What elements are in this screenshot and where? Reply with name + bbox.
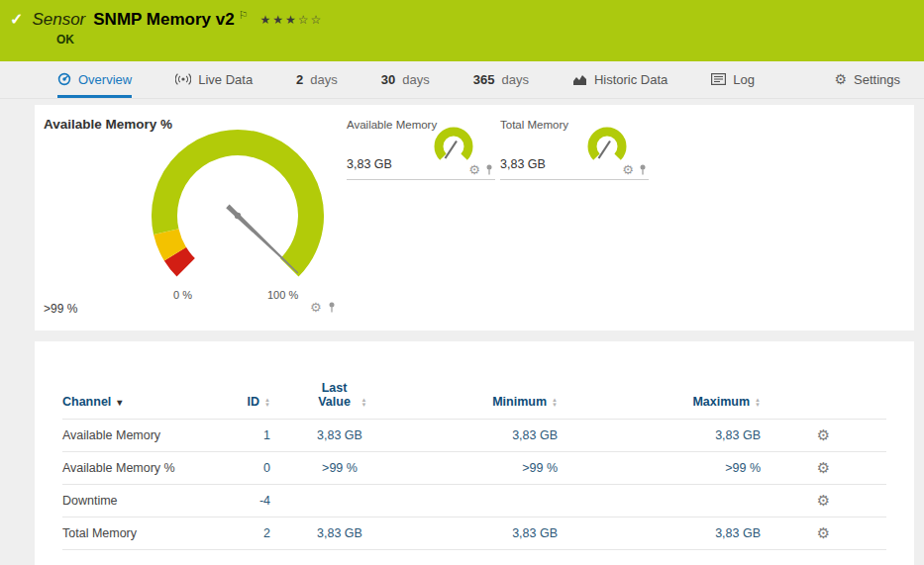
channel-table: Channel ▾ ID ▲▼ Last Value ▲▼ Minimum ▲▼… [62, 369, 886, 550]
cell-id: 2 [211, 526, 270, 540]
column-header-id-label: ID [248, 395, 260, 409]
gauge-scale-max-label: 100 % [267, 289, 298, 301]
gauge-current-value: >99 % [44, 302, 77, 316]
column-header-id[interactable]: ID ▲▼ [211, 395, 270, 409]
tab-historic-data[interactable]: Historic Data [572, 61, 667, 98]
cell-last-value: 3,83 GB [270, 428, 409, 442]
gauge-pin-icon[interactable] [328, 302, 336, 313]
tab-30-days[interactable]: 30 days [381, 61, 430, 98]
mini-gauge-gear-icon[interactable]: ⚙ [622, 163, 634, 176]
column-header-maximum-label: Maximum [692, 395, 750, 409]
cell-minimum: 3,83 GB [409, 526, 558, 540]
sensor-header: ✓ Sensor SNMP Memory v2 ⚐ ★★★☆☆ OK [0, 0, 924, 61]
priority-stars[interactable]: ★★★☆☆ [260, 13, 324, 27]
settings-gear-icon: ⚙ [834, 71, 847, 87]
cell-id: 1 [211, 428, 270, 442]
cell-id: -4 [211, 494, 270, 508]
column-header-minimum[interactable]: Minimum ▲▼ [409, 395, 558, 409]
column-header-last-value[interactable]: Last Value ▲▼ [270, 381, 409, 409]
sensor-kind-label: Sensor [32, 10, 85, 30]
sort-icon: ▲▼ [755, 398, 761, 407]
tab-settings[interactable]: ⚙ Settings [834, 61, 900, 98]
cell-minimum: 3,83 GB [409, 428, 558, 442]
tab-2-days-word: days [310, 72, 337, 87]
cell-maximum: >99 % [558, 461, 761, 475]
tab-30-days-word: days [402, 72, 429, 87]
gauge-gear-icon[interactable]: ⚙ [310, 301, 322, 314]
mini-gauge-available-memory: Available Memory 3,83 GB ⚙ [347, 119, 495, 180]
log-list-icon [711, 73, 726, 85]
cell-channel: Total Memory [62, 526, 211, 540]
tab-log-label: Log [733, 72, 755, 87]
gauge-panel: Available Memory % 0 % 100 % >99 % ⚙ Ava… [35, 105, 914, 330]
tab-bar: Overview Live Data 2 days 30 days 365 da… [0, 61, 924, 99]
mini-gauge-total-memory: Total Memory 3,83 GB ⚙ [500, 119, 649, 180]
historic-data-chart-icon [572, 73, 587, 86]
cell-id: 0 [211, 461, 270, 475]
tab-365-days[interactable]: 365 days [473, 61, 529, 98]
stars-filled[interactable]: ★★★ [260, 13, 298, 27]
tab-365-days-word: days [501, 72, 528, 87]
mini-gauge-title: Total Memory [500, 119, 568, 131]
tab-overview-label: Overview [78, 72, 132, 87]
stars-empty[interactable]: ☆☆ [298, 13, 324, 27]
column-header-last-value-label: Last Value [313, 381, 357, 409]
tab-live-data[interactable]: Live Data [175, 61, 253, 98]
status-ok-check-icon: ✓ [10, 10, 23, 29]
cell-channel: Available Memory % [62, 461, 211, 475]
mini-gauge-value: 3,83 GB [347, 157, 392, 171]
channel-settings-gear-icon[interactable]: ⚙ [817, 492, 830, 509]
tab-365-days-number: 365 [473, 72, 495, 87]
sensor-title: SNMP Memory v2 [93, 10, 234, 30]
tab-live-data-label: Live Data [198, 72, 253, 87]
tab-log[interactable]: Log [711, 61, 755, 98]
mini-gauge-value: 3,83 GB [500, 157, 546, 171]
mini-gauge-action-icons: ⚙ [622, 163, 647, 176]
column-header-maximum[interactable]: Maximum ▲▼ [558, 395, 761, 409]
cell-maximum: 3,83 GB [558, 428, 761, 442]
mini-gauge-needle [446, 141, 458, 159]
tab-historic-data-label: Historic Data [594, 72, 667, 87]
mini-gauge-needle [599, 141, 611, 159]
sort-icon: ▲▼ [361, 398, 367, 407]
column-header-minimum-label: Minimum [492, 395, 547, 409]
mini-gauge-title: Available Memory [347, 119, 437, 131]
table-row-available-memory: Available Memory 1 3,83 GB 3,83 GB 3,83 … [62, 419, 886, 451]
channel-settings-gear-icon[interactable]: ⚙ [817, 426, 830, 443]
status-badge: OK [56, 33, 74, 47]
gauge-action-icons: ⚙ [310, 301, 336, 314]
channel-settings-gear-icon[interactable]: ⚙ [817, 524, 830, 541]
cell-maximum: 3,83 GB [558, 526, 761, 540]
live-data-broadcast-icon [175, 72, 191, 86]
cell-minimum: >99 % [409, 461, 558, 475]
overview-gauge-icon [57, 72, 71, 86]
sort-icon: ▲▼ [552, 398, 558, 407]
cell-last-value: >99 % [270, 461, 409, 475]
column-header-channel[interactable]: Channel ▾ [62, 395, 211, 409]
mini-gauge-pin-icon[interactable] [485, 164, 493, 175]
cell-channel: Downtime [62, 494, 211, 508]
mini-gauge-pin-icon[interactable] [639, 164, 647, 175]
mini-gauge-gear-icon[interactable]: ⚙ [468, 163, 480, 176]
tab-overview[interactable]: Overview [57, 61, 132, 98]
cell-last-value: 3,83 GB [270, 526, 409, 540]
channel-table-rows: Available Memory 1 3,83 GB 3,83 GB 3,83 … [62, 419, 886, 550]
channel-table-panel: Channel ▾ ID ▲▼ Last Value ▲▼ Minimum ▲▼… [35, 341, 914, 565]
tab-settings-label: Settings [854, 72, 900, 87]
table-row-available-memory-percent: Available Memory % 0 >99 % >99 % >99 % ⚙ [62, 451, 886, 484]
table-row-downtime: Downtime -4 ⚙ [62, 484, 886, 517]
available-memory-percent-gauge [139, 117, 337, 315]
tab-2-days-number: 2 [296, 72, 303, 87]
tab-2-days[interactable]: 2 days [296, 61, 338, 98]
tab-30-days-number: 30 [381, 72, 395, 87]
mini-gauge-action-icons: ⚙ [468, 163, 493, 176]
channel-dropdown-arrow-icon: ▾ [117, 397, 122, 408]
column-header-channel-label: Channel [62, 395, 111, 409]
cell-channel: Available Memory [62, 428, 211, 442]
priority-flag-icon[interactable]: ⚐ [239, 9, 249, 22]
gauge-scale-min-label: 0 % [173, 289, 192, 301]
sort-icon: ▲▼ [264, 398, 270, 407]
table-row-total-memory: Total Memory 2 3,83 GB 3,83 GB 3,83 GB ⚙ [62, 517, 886, 549]
channel-settings-gear-icon[interactable]: ⚙ [817, 459, 830, 476]
channel-table-header: Channel ▾ ID ▲▼ Last Value ▲▼ Minimum ▲▼… [62, 369, 886, 419]
